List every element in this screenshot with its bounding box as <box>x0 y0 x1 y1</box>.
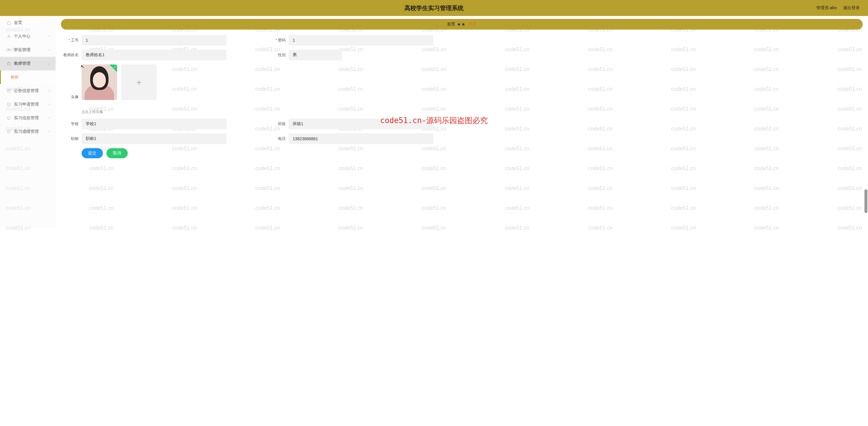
field-title: 职称 <box>61 134 256 144</box>
chevron-down-icon: ﹀ <box>48 48 51 52</box>
teachername-label: 教师姓名 <box>61 52 82 58</box>
chevron-down-icon: ﹀ <box>48 89 51 93</box>
info-icon <box>6 116 11 120</box>
plus-icon: ＋ <box>135 77 143 88</box>
sidebar-item-label: 教师 <box>11 75 18 80</box>
chevron-down-icon: ﹀ <box>48 34 51 39</box>
breadcrumb-current: 教师 <box>468 22 476 27</box>
user-icon <box>6 34 11 39</box>
sidebar-item-student[interactable]: 学生管理 ﹀ <box>0 43 56 57</box>
main-panel: 首页 ★★ 教师 ↖ 工号 密码 <box>56 16 868 228</box>
cancel-button[interactable]: 取消 <box>106 148 128 158</box>
password-input[interactable] <box>288 35 433 46</box>
school-label: 学校 <box>61 121 82 126</box>
workid-input[interactable] <box>82 35 226 46</box>
sidebar-item-label: 教师管理 <box>14 61 30 66</box>
phone-input[interactable] <box>288 134 433 144</box>
top-header: 高校学生实习管理系统 管理员 abo 退出登录 <box>0 0 868 16</box>
sidebar: 首页 个人中心 ﹀ 学生管理 ﹀ 教师管理 ︿ 教师 <box>0 16 56 228</box>
sidebar-item-score[interactable]: 实习成绩管理 ﹀ <box>0 125 56 138</box>
sidebar-item-teacher-mgmt[interactable]: 教师管理 ︿ <box>0 57 56 70</box>
teachername-input[interactable] <box>82 50 226 60</box>
field-workid: 工号 <box>61 35 256 46</box>
teacher-form: ↖ 工号 密码 教师姓名 <box>61 35 863 158</box>
breadcrumb-sep: ★★ <box>457 22 466 27</box>
chevron-up-icon: ︿ <box>48 61 51 66</box>
briefcase-icon <box>6 61 11 66</box>
app-title: 高校学生实习管理系统 <box>404 4 464 12</box>
apply-icon <box>6 102 11 107</box>
admin-label[interactable]: 管理员 abo <box>816 5 837 11</box>
sidebar-item-apply[interactable]: 实习申请管理 ﹀ <box>0 97 56 111</box>
gender-label: 性别 <box>268 52 288 58</box>
sidebar-item-label: 实习申请管理 <box>14 102 39 107</box>
svg-point-1 <box>8 49 9 50</box>
breadcrumb-home[interactable]: 首页 <box>447 22 455 27</box>
gender-value: 男 <box>293 52 297 58</box>
class-input[interactable] <box>288 119 433 129</box>
sidebar-item-label: 学生管理 <box>14 47 30 53</box>
title-input[interactable] <box>82 134 226 144</box>
avatar-thumbnail[interactable] <box>82 64 117 100</box>
phone-label: 电话 <box>268 136 288 141</box>
field-avatar: 头像 ＋ <box>61 64 157 114</box>
field-teachername: 教师姓名 <box>61 50 256 60</box>
svg-rect-3 <box>7 63 10 65</box>
avatar-hint: 点击上传头像 <box>82 110 157 114</box>
sidebar-item-label: 首页 <box>14 20 22 25</box>
sidebar-item-label: 实习成绩管理 <box>14 129 39 134</box>
sidebar-item-teacher[interactable]: 教师 <box>0 70 56 84</box>
check-icon <box>110 64 117 72</box>
score-icon <box>6 130 11 134</box>
title-label: 职称 <box>61 136 82 141</box>
class-label: 班级 <box>268 121 288 126</box>
sidebar-item-label: 公告信息管理 <box>14 88 39 93</box>
avatar-label: 头像 <box>61 80 82 100</box>
sidebar-item-home[interactable]: 首页 <box>0 16 56 30</box>
form-actions: 提交 取消 <box>61 148 860 158</box>
sidebar-item-notice[interactable]: 公告信息管理 ﹀ <box>0 84 56 97</box>
sidebar-item-info[interactable]: 实习信息管理 ﹀ <box>0 111 56 125</box>
chevron-down-icon: ﹀ <box>48 130 51 134</box>
avatar-person <box>85 72 114 100</box>
chevron-down-icon: ﹀ <box>48 116 51 120</box>
submit-button[interactable]: 提交 <box>82 148 103 158</box>
people-icon <box>6 48 11 52</box>
workid-label: 工号 <box>61 37 82 43</box>
field-class: 班级 <box>268 119 463 129</box>
logout-link[interactable]: 退出登录 <box>843 5 860 11</box>
svg-point-0 <box>8 35 9 36</box>
field-password: 密码 <box>268 35 463 46</box>
svg-point-2 <box>9 49 10 50</box>
chevron-down-icon: ﹀ <box>48 102 51 107</box>
field-school: 学校 <box>61 119 256 129</box>
school-input[interactable] <box>82 119 226 129</box>
sidebar-item-personal[interactable]: 个人中心 ﹀ <box>0 30 56 43</box>
scrollbar-thumb[interactable] <box>864 189 867 213</box>
home-icon <box>6 21 11 25</box>
gender-select[interactable]: 男 <box>288 50 342 60</box>
doc-icon <box>6 89 11 93</box>
header-right: 管理员 abo 退出登录 <box>816 5 868 11</box>
sidebar-item-label: 个人中心 <box>14 34 30 39</box>
field-phone: 电话 <box>268 134 463 144</box>
password-label: 密码 <box>268 37 288 43</box>
field-gender: 性别 男 <box>268 50 463 60</box>
upload-avatar-button[interactable]: ＋ <box>121 64 157 100</box>
breadcrumb: 首页 ★★ 教师 <box>61 19 863 30</box>
sidebar-item-label: 实习信息管理 <box>14 115 39 121</box>
